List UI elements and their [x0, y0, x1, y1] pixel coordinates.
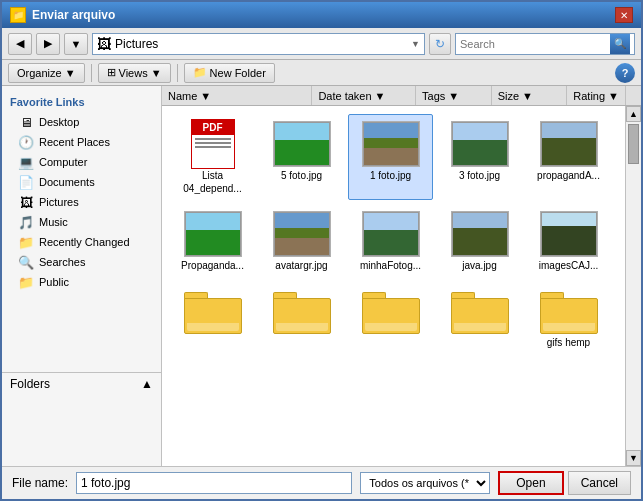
col-header-size[interactable]: Size ▼: [492, 86, 568, 105]
sidebar: Favorite Links 🖥 Desktop 🕐 Recent Places…: [2, 86, 162, 466]
files-area: PDF Lista04_depend...: [162, 106, 625, 466]
file-item-minhafotog[interactable]: minhaFotog...: [348, 204, 433, 277]
scroll-up-arrow[interactable]: ▲: [626, 106, 641, 122]
close-button[interactable]: ✕: [615, 7, 633, 23]
sidebar-item-music[interactable]: 🎵 Music: [2, 212, 161, 232]
file-label: imagesCAJ...: [539, 259, 598, 272]
back-button[interactable]: ◀: [8, 33, 32, 55]
content-area: Favorite Links 🖥 Desktop 🕐 Recent Places…: [2, 86, 641, 466]
col-tags-sort-icon: ▼: [448, 90, 459, 102]
help-button[interactable]: ?: [615, 63, 635, 83]
title-bar: 📁 Enviar arquivo ✕: [2, 2, 641, 28]
sidebar-section-title[interactable]: Favorite Links: [2, 92, 161, 112]
image-thumb-icon: [361, 119, 421, 169]
recently-changed-icon: 📁: [18, 234, 34, 250]
search-input[interactable]: [460, 38, 610, 50]
sidebar-item-recently-changed[interactable]: 📁 Recently Changed: [2, 232, 161, 252]
file-item-propaganda2[interactable]: Propaganda...: [170, 204, 255, 277]
col-header-name[interactable]: Name ▼: [162, 86, 312, 105]
new-folder-button[interactable]: 📁 New Folder: [184, 63, 275, 83]
file-item-folder-4[interactable]: [437, 281, 522, 354]
refresh-button[interactable]: ↻: [429, 33, 451, 55]
open-button[interactable]: Open: [498, 471, 563, 495]
file-item-folder-2[interactable]: [259, 281, 344, 354]
files-scroll-container: PDF Lista04_depend...: [162, 106, 641, 466]
col-header-tags[interactable]: Tags ▼: [416, 86, 492, 105]
sidebar-item-computer[interactable]: 💻 Computer: [2, 152, 161, 172]
sidebar-item-pictures[interactable]: 🖼 Pictures: [2, 192, 161, 212]
main-area: Name ▼ Date taken ▼ Tags ▼ Size ▼ Rating: [162, 86, 641, 466]
image-thumb-icon: [272, 209, 332, 259]
file-item-5foto[interactable]: 5 foto.jpg: [259, 114, 344, 200]
file-label: gifs hemp: [547, 336, 590, 349]
search-button[interactable]: 🔍: [610, 34, 630, 54]
folders-section[interactable]: Folders ▲: [2, 372, 161, 395]
address-text: Pictures: [115, 37, 407, 51]
searches-icon: 🔍: [18, 254, 34, 270]
sidebar-item-public[interactable]: 📁 Public: [2, 272, 161, 292]
file-label: 3 foto.jpg: [459, 169, 500, 182]
sidebar-item-desktop[interactable]: 🖥 Desktop: [2, 112, 161, 132]
image-thumb-icon: [272, 119, 332, 169]
file-item-folder-3[interactable]: [348, 281, 433, 354]
col-size-sort-icon: ▼: [522, 90, 533, 102]
file-item-avatargr[interactable]: avatargr.jpg: [259, 204, 344, 277]
folder-icon: [539, 286, 599, 336]
col-rating-label: Rating: [573, 90, 605, 102]
file-item-folder-1[interactable]: [170, 281, 255, 354]
address-folder-icon: 🖼: [97, 36, 111, 52]
col-size-label: Size: [498, 90, 519, 102]
cancel-button[interactable]: Cancel: [568, 471, 631, 495]
file-item-folder-gifshemp[interactable]: gifs hemp: [526, 281, 611, 354]
address-dropdown-btn[interactable]: ▼: [411, 39, 420, 49]
main-window: 📁 Enviar arquivo ✕ ◀ ▶ ▼ 🖼 Pictures ▼ ↻ …: [0, 0, 643, 501]
organize-dropdown-icon: ▼: [65, 67, 76, 79]
documents-icon: 📄: [18, 174, 34, 190]
dropdown-button[interactable]: ▼: [64, 33, 88, 55]
sidebar-item-recent-places[interactable]: 🕐 Recent Places: [2, 132, 161, 152]
file-item-3foto[interactable]: 3 foto.jpg: [437, 114, 522, 200]
image-thumb-icon: [450, 119, 510, 169]
file-item-pdf[interactable]: PDF Lista04_depend...: [170, 114, 255, 200]
sidebar-item-label: Pictures: [39, 196, 79, 208]
scroll-down-arrow[interactable]: ▼: [626, 450, 641, 466]
sidebar-item-label: Desktop: [39, 116, 79, 128]
folders-label: Folders: [10, 377, 50, 391]
image-thumb-icon: [361, 209, 421, 259]
file-item-java[interactable]: java.jpg: [437, 204, 522, 277]
bottom-bar: File name: Todos os arquivos (*.*) Open …: [2, 466, 641, 499]
filetype-select[interactable]: Todos os arquivos (*.*): [360, 472, 490, 494]
col-name-sort-icon: ▼: [200, 90, 211, 102]
filename-label: File name:: [12, 476, 68, 490]
filename-input[interactable]: [76, 472, 352, 494]
views-icon: ⊞: [107, 66, 116, 79]
views-button[interactable]: ⊞ Views ▼: [98, 63, 171, 83]
vertical-scrollbar[interactable]: ▲ ▼: [625, 106, 641, 466]
sidebar-item-label: Music: [39, 216, 68, 228]
folders-collapse-icon: ▲: [141, 377, 153, 391]
organize-button[interactable]: Organize ▼: [8, 63, 85, 83]
window-title: Enviar arquivo: [32, 8, 115, 22]
file-item-propaganda1[interactable]: propagandA...: [526, 114, 611, 200]
file-item-imagescaj[interactable]: imagesCAJ...: [526, 204, 611, 277]
col-rating-sort-icon: ▼: [608, 90, 619, 102]
sidebar-item-searches[interactable]: 🔍 Searches: [2, 252, 161, 272]
search-bar[interactable]: 🔍: [455, 33, 635, 55]
window-icon: 📁: [10, 7, 26, 23]
file-item-1foto[interactable]: 1 foto.jpg: [348, 114, 433, 200]
sidebar-item-documents[interactable]: 📄 Documents: [2, 172, 161, 192]
col-tags-label: Tags: [422, 90, 445, 102]
address-bar[interactable]: 🖼 Pictures ▼: [92, 33, 425, 55]
image-thumb-icon: [183, 209, 243, 259]
col-header-rating[interactable]: Rating ▼: [567, 86, 626, 105]
scroll-thumb[interactable]: [628, 124, 639, 164]
file-label: 1 foto.jpg: [370, 169, 411, 182]
pdf-file-icon: PDF: [183, 119, 243, 169]
forward-button[interactable]: ▶: [36, 33, 60, 55]
folder-icon: 📁: [193, 66, 207, 79]
sidebar-item-label: Searches: [39, 256, 85, 268]
views-dropdown-icon: ▼: [151, 67, 162, 79]
col-header-date[interactable]: Date taken ▼: [312, 86, 416, 105]
toolbar-separator-2: [177, 64, 178, 82]
file-label: java.jpg: [462, 259, 496, 272]
